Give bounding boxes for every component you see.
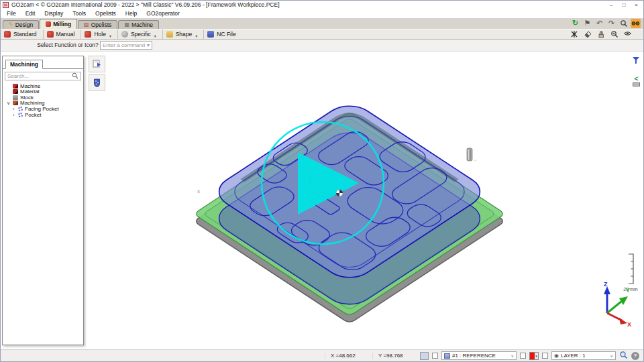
command-combobox[interactable]: Enter a command ▾ [100, 41, 152, 50]
specific-dropdown-icon[interactable]: ▾ [154, 34, 156, 39]
tab-machine-label: Machine [131, 21, 153, 28]
axis-x-label: X [627, 321, 631, 326]
tab-design[interactable]: ✎ Design [3, 20, 39, 29]
tree-label: Pocket [25, 112, 41, 118]
hole-button[interactable]: Hole ▾ [80, 29, 117, 39]
maximize-button[interactable]: □ [622, 2, 625, 8]
menu-bar: File Edit Display Tools Opelists Help GO… [1, 9, 643, 18]
layer-select[interactable]: ◉ LAYER : 1 ∨ [551, 351, 616, 360]
axis-triad: Z Y X [596, 281, 633, 329]
shape-dropdown-icon[interactable]: ▾ [195, 34, 197, 39]
menu-go2operator[interactable]: GO2operator [142, 10, 184, 17]
grid-snap-button[interactable] [420, 352, 429, 360]
nc-file-icon [207, 31, 214, 38]
tab-machine[interactable]: ▦ Machine [118, 20, 159, 29]
machining-panel-tab[interactable]: Machining [5, 60, 43, 69]
shape-button[interactable]: Shape ▾ [162, 29, 204, 39]
expander-icon[interactable]: ∨ [6, 100, 11, 106]
tool-library-button[interactable] [89, 74, 105, 91]
shape-icon [166, 31, 173, 38]
reference-value: #1 : REFERENCE [452, 353, 508, 359]
menu-help[interactable]: Help [121, 10, 142, 17]
filter-funnel-icon [632, 56, 640, 64]
tab-milling-label: Milling [53, 21, 71, 27]
design-icon: ✎ [9, 22, 13, 27]
current-color-swatch [530, 353, 535, 359]
zoom-in-icon[interactable] [609, 29, 619, 39]
help-button[interactable]: ? [631, 352, 639, 360]
tree-item-stock[interactable]: Stock [3, 95, 83, 101]
tree-item-machining[interactable]: ∨ Machining [3, 101, 83, 107]
layer-value: LAYER : 1 [561, 353, 607, 359]
redo-icon[interactable]: ↷ [606, 19, 616, 28]
search-input[interactable]: Search... [5, 72, 81, 80]
glasses-icon[interactable] [631, 19, 641, 28]
specific-label: Specific [131, 31, 151, 38]
close-button[interactable]: × [635, 2, 638, 8]
panel-collapse-button[interactable]: < [633, 76, 640, 86]
menu-edit[interactable]: Edit [21, 10, 40, 17]
pan-flag-icon[interactable]: ⚑ [582, 19, 592, 28]
reference-chevron-icon: ∨ [511, 353, 514, 358]
reference-checkbox[interactable] [432, 353, 438, 359]
regen-tool-icon[interactable] [569, 29, 579, 39]
tree-item-pocket[interactable]: › Pocket [3, 112, 83, 118]
pocket-icon [18, 107, 23, 111]
axis-y-label: Y [626, 287, 630, 294]
stock-mini-icon [633, 82, 640, 86]
ribbon-toolbar: Standard Manual Hole ▾ Specific ▾ Shape … [1, 29, 643, 40]
tab-milling[interactable]: Milling [40, 19, 77, 29]
menu-opelists[interactable]: Opelists [91, 10, 121, 17]
color-swatch-dropdown[interactable]: ▾ [529, 352, 539, 360]
refresh-icon[interactable]: ↻ [570, 19, 580, 28]
undo-icon[interactable]: ↶ [594, 19, 604, 28]
manual-icon [47, 31, 54, 38]
origin-marker [336, 190, 343, 196]
filter-button[interactable] [632, 55, 640, 67]
window-play-icon [93, 60, 102, 68]
tab-opelists[interactable]: ▤ Opelists [78, 20, 117, 29]
3d-viewport[interactable]: .: x [1, 52, 643, 349]
hole-dropdown-icon[interactable]: ▾ [109, 34, 111, 39]
tree-item-material[interactable]: Material [3, 88, 83, 95]
expander-icon[interactable]: › [11, 112, 16, 118]
brush-pot-icon[interactable] [596, 29, 606, 39]
minimize-button[interactable]: – [610, 2, 612, 8]
eraser-icon[interactable] [582, 29, 592, 39]
nc-file-label: NC File [217, 31, 235, 38]
specific-button[interactable]: Specific ▾ [117, 29, 162, 39]
zoom-icon[interactable] [619, 19, 629, 28]
menu-display[interactable]: Display [40, 10, 68, 17]
color-checkbox[interactable] [520, 353, 526, 359]
eye-visibility-icon[interactable] [623, 29, 633, 39]
machining-tree: Machine Material Stock ∨ Machining [3, 82, 83, 118]
standard-label: Standard [13, 31, 37, 38]
world-zoom-button[interactable] [619, 351, 628, 361]
cutter-tool: .: [467, 148, 477, 162]
layer-checkbox[interactable] [542, 353, 548, 359]
standard-button[interactable]: Standard [1, 29, 43, 39]
menu-file[interactable]: File [2, 10, 21, 17]
tree-item-machine[interactable]: Machine [3, 83, 83, 89]
tab-design-label: Design [15, 21, 33, 28]
command-row: Select Function or Icon? Enter a command… [1, 40, 643, 52]
reference-select[interactable]: #1 : REFERENCE ∨ [441, 351, 517, 360]
layer-chevron-icon: ∨ [610, 353, 613, 358]
blue-magnifier-icon [619, 351, 628, 359]
pocket-icon [18, 113, 23, 117]
milling-icon [46, 21, 51, 27]
manual-button[interactable]: Manual [43, 29, 81, 39]
menu-tools[interactable]: Tools [68, 10, 91, 17]
go2cam-window: ▤ GO2cam < © GO2cam International 2009 -… [0, 0, 644, 362]
opelists-icon: ▤ [84, 22, 89, 27]
tab-opelists-label: Opelists [91, 21, 112, 28]
chevron-left-icon: < [635, 76, 639, 82]
tree-item-facing-pocket[interactable]: › Facing Pocket [3, 106, 83, 112]
nc-file-button[interactable]: NC File [203, 29, 241, 39]
cursor-x-readout: X =48.662 [325, 353, 369, 359]
machining-icon [13, 101, 18, 105]
cursor-y-readout: Y =98.768 [372, 353, 417, 359]
operation-list-button[interactable] [89, 56, 105, 72]
layer-eye-icon: ◉ [554, 353, 559, 359]
standard-icon [4, 31, 11, 38]
